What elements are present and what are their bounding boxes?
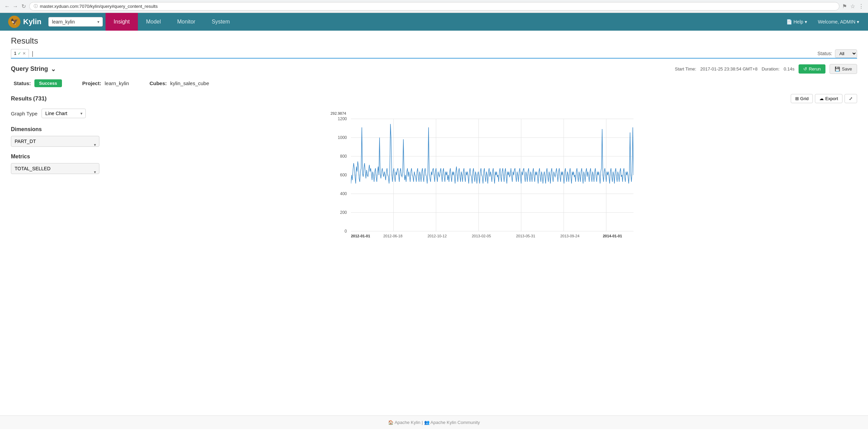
tab-item-1[interactable]: 1 ✓ ✕ xyxy=(11,49,29,58)
svg-text:600: 600 xyxy=(340,173,347,177)
export-label: Export xyxy=(825,96,838,101)
svg-text:1000: 1000 xyxy=(338,135,347,140)
nav-system[interactable]: System xyxy=(204,13,238,31)
export-button[interactable]: ☁ Export xyxy=(815,94,842,103)
tab-check-icon: ✓ xyxy=(18,51,21,56)
tabs-bar: 1 ✓ ✕ | Status: All xyxy=(11,49,857,59)
status-badge: Success xyxy=(34,79,62,87)
address-bar[interactable]: ⓘ master.xyduan.com:7070/kylin/query#que… xyxy=(29,2,839,11)
star-icon[interactable]: ☆ xyxy=(850,3,855,10)
results-count: (731) xyxy=(33,95,47,102)
duration-value: 0.14s xyxy=(784,66,794,72)
welcome-chevron-icon: ▾ xyxy=(857,19,859,25)
navbar-right: 📄 Help ▾ Welcome, ADMIN ▾ xyxy=(782,17,868,27)
reload-button[interactable]: ↻ xyxy=(20,3,27,10)
browser-chrome: ← → ↻ ⓘ master.xyduan.com:7070/kylin/que… xyxy=(0,0,868,13)
grid-button[interactable]: ⊞ Grid xyxy=(791,94,813,103)
query-string-chevron-icon: ⌄ xyxy=(51,65,56,73)
footer-home-icon: 🏠 xyxy=(388,420,393,425)
dimension-select[interactable]: PART_DT xyxy=(11,136,99,147)
save-button[interactable]: 💾 Save xyxy=(830,64,857,74)
save-label: Save xyxy=(842,66,852,72)
duration-label: Duration: xyxy=(761,66,779,72)
save-icon: 💾 xyxy=(835,66,840,72)
query-string-title[interactable]: Query String ⌄ xyxy=(11,65,56,73)
tab-add-button[interactable]: | xyxy=(30,50,35,57)
query-header: Query String ⌄ Start Time: 2017-01-25 23… xyxy=(11,64,857,74)
help-chevron-icon: ▾ xyxy=(805,19,807,25)
bookmark-icon[interactable]: ⚑ xyxy=(842,3,847,10)
query-meta: Start Time: 2017-01-25 23:38:54 GMT+8 Du… xyxy=(675,64,857,74)
graph-type-select[interactable]: Line Chart xyxy=(42,109,86,118)
grid-label: Grid xyxy=(800,96,809,101)
rerun-icon: ↺ xyxy=(803,66,807,72)
status-info: Status: Success xyxy=(14,79,62,87)
help-button[interactable]: 📄 Help ▾ xyxy=(782,17,812,27)
graph-type-label: Graph Type xyxy=(11,111,37,116)
rerun-button[interactable]: ↺ Rerun xyxy=(799,64,825,74)
footer: 🏠 Apache Kylin | 👥 Apache Kylin Communit… xyxy=(0,415,868,429)
browser-actions: ⚑ ☆ ⋮ xyxy=(842,3,864,10)
svg-text:2012-01-01: 2012-01-01 xyxy=(351,234,370,238)
svg-text:2013-05-31: 2013-05-31 xyxy=(516,234,535,238)
navbar: 🦅 Kylin learn_kylin Insight Model Monito… xyxy=(0,13,868,31)
tab-number: 1 xyxy=(14,51,16,56)
info-row: Status: Success Project: learn_kylin Cub… xyxy=(11,79,857,87)
menu-icon[interactable]: ⋮ xyxy=(858,3,864,10)
query-section: Query String ⌄ Start Time: 2017-01-25 23… xyxy=(11,64,857,239)
nav-insight[interactable]: Insight xyxy=(106,13,138,31)
expand-icon: ⤢ xyxy=(849,96,853,101)
url-text: master.xyduan.com:7070/kylin/query#query… xyxy=(40,4,158,9)
svg-text:0: 0 xyxy=(344,229,347,234)
graph-type-select-wrap: Line Chart xyxy=(42,109,86,118)
dimension-select-wrap: PART_DT xyxy=(11,136,99,154)
nav-links: Insight Model Monitor System xyxy=(106,13,238,31)
project-info-value: learn_kylin xyxy=(105,80,129,86)
svg-text:2013-09-24: 2013-09-24 xyxy=(560,234,579,238)
main-content: Results 1 ✓ ✕ | Status: All Query String… xyxy=(0,31,868,415)
graph-type-row: Graph Type Line Chart xyxy=(11,109,99,118)
welcome-button[interactable]: Welcome, ADMIN ▾ xyxy=(813,17,864,27)
chart-section: Graph Type Line Chart Dimensions PART_DT xyxy=(11,109,857,239)
status-info-label: Status: xyxy=(14,80,31,86)
footer-separator: | xyxy=(422,420,424,425)
line-chart-svg: 292.9874 xyxy=(110,109,857,238)
project-info-label: Project: xyxy=(82,80,101,86)
results-section: Results (731) ⊞ Grid ☁ Export ⤢ xyxy=(11,94,857,103)
dimensions-label: Dimensions xyxy=(11,126,99,132)
metrics-section: Metrics TOTAL_SELLED xyxy=(11,154,99,181)
tab-status-right: Status: All xyxy=(817,49,857,58)
chart-controls: Graph Type Line Chart Dimensions PART_DT xyxy=(11,109,99,181)
apache-kylin-link[interactable]: Apache Kylin xyxy=(395,420,420,425)
footer-users-icon: 👥 xyxy=(424,420,430,425)
nav-model[interactable]: Model xyxy=(138,13,169,31)
metrics-select-wrap: TOTAL_SELLED xyxy=(11,163,99,181)
community-link[interactable]: Apache Kylin Community xyxy=(431,420,480,425)
cubes-info-value: kylin_sales_cube xyxy=(170,80,209,86)
y-max-label: 292.9874 xyxy=(331,111,346,115)
nav-monitor[interactable]: Monitor xyxy=(169,13,204,31)
expand-button[interactable]: ⤢ xyxy=(845,94,857,103)
browser-controls: ← → ↻ xyxy=(4,3,27,10)
status-filter-select[interactable]: All xyxy=(835,49,857,58)
forward-button[interactable]: → xyxy=(12,3,18,10)
status-filter-label: Status: xyxy=(817,51,832,56)
start-time-label: Start Time: xyxy=(675,66,696,72)
svg-text:1200: 1200 xyxy=(338,116,347,121)
dimensions-section: Dimensions PART_DT xyxy=(11,126,99,154)
results-count-area: Results (731) xyxy=(11,95,47,102)
project-select-wrap: learn_kylin xyxy=(47,17,103,27)
svg-text:2013-02-05: 2013-02-05 xyxy=(472,234,491,238)
export-icon: ☁ xyxy=(819,96,824,101)
svg-text:800: 800 xyxy=(340,154,347,159)
brand: 🦅 Kylin xyxy=(3,16,47,28)
cubes-info: Cubes: kylin_sales_cube xyxy=(149,80,209,86)
results-label: Results xyxy=(11,95,32,102)
help-icon: 📄 xyxy=(786,19,792,25)
project-select[interactable]: learn_kylin xyxy=(48,17,103,27)
metrics-select[interactable]: TOTAL_SELLED xyxy=(11,163,99,174)
page-title: Results xyxy=(11,36,857,46)
tab-close-icon[interactable]: ✕ xyxy=(22,51,26,56)
welcome-label: Welcome, ADMIN xyxy=(818,19,855,25)
back-button[interactable]: ← xyxy=(4,3,10,10)
